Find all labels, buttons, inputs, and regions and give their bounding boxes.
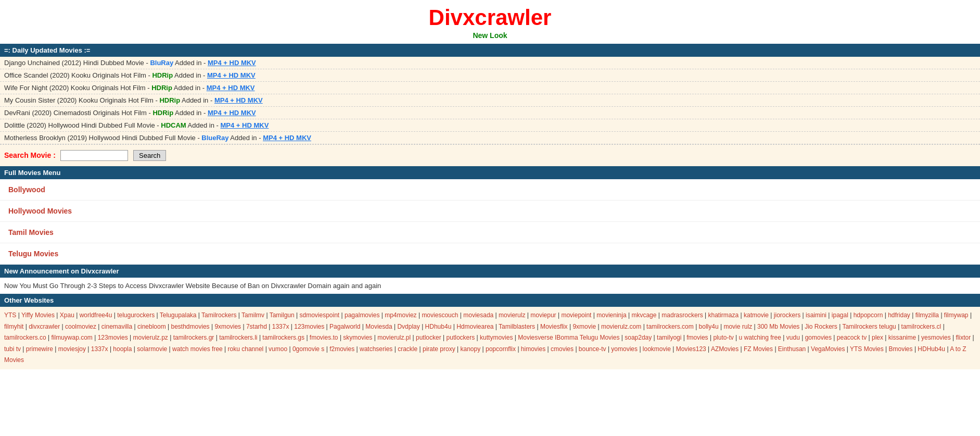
search-input[interactable]: [60, 150, 128, 161]
other-site-link[interactable]: pagalmovies: [345, 312, 379, 319]
search-button[interactable]: Search: [133, 150, 166, 161]
menu-item[interactable]: Bollywood: [0, 179, 980, 201]
other-site-link[interactable]: 9xmovie: [572, 323, 596, 330]
other-site-link[interactable]: 300 Mb Movies: [757, 323, 799, 330]
other-site-link[interactable]: Moviesda: [365, 323, 392, 330]
other-site-link[interactable]: mkvcage: [631, 312, 656, 319]
other-site-link[interactable]: kissanime: [888, 334, 916, 341]
other-site-link[interactable]: pirate proxy: [423, 345, 455, 353]
other-site-link[interactable]: filmyhit: [4, 323, 23, 330]
other-site-link[interactable]: 1337x: [91, 345, 108, 353]
other-site-link[interactable]: cinemavilla: [101, 323, 132, 330]
menu-item[interactable]: Telugu Movies: [0, 243, 980, 265]
other-site-link[interactable]: hdpopcorn: [854, 312, 883, 319]
other-site-link[interactable]: 1337x: [272, 323, 289, 330]
other-site-link[interactable]: movierulz.com: [601, 323, 641, 330]
other-site-link[interactable]: Moviesverse IBomma Telugu Movies: [518, 334, 619, 341]
other-site-link[interactable]: moviesjoy: [58, 345, 86, 353]
other-site-link[interactable]: khatirmaza: [708, 312, 739, 319]
other-site-link[interactable]: HDHub4u: [918, 345, 945, 353]
other-site-link[interactable]: besthdmovies: [171, 323, 210, 330]
other-site-link[interactable]: f2movies: [329, 345, 354, 353]
other-site-link[interactable]: cmovies: [551, 345, 574, 353]
other-site-link[interactable]: moviescouch: [422, 312, 458, 319]
other-site-link[interactable]: filmywap: [944, 312, 969, 319]
other-site-link[interactable]: divxcrawler: [29, 323, 60, 330]
other-site-link[interactable]: Jio Rockers: [805, 323, 837, 330]
other-site-link[interactable]: Bmovies: [889, 345, 913, 353]
other-site-link[interactable]: tamilrockers.li: [219, 334, 257, 341]
other-site-link[interactable]: flixtor: [956, 334, 971, 341]
other-site-link[interactable]: fmovies.to: [310, 334, 338, 341]
other-site-link[interactable]: watchseries: [360, 345, 392, 353]
other-site-link[interactable]: cinebloom: [137, 323, 166, 330]
other-site-link[interactable]: movierulz.pz: [133, 334, 168, 341]
other-site-link[interactable]: YTS Movies: [850, 345, 884, 353]
other-site-link[interactable]: Pagalworld: [329, 323, 360, 330]
other-site-link[interactable]: 9xmovies: [214, 323, 241, 330]
other-site-link[interactable]: Tamilmv: [241, 312, 264, 319]
other-site-link[interactable]: tamilrockers.gs: [262, 334, 304, 341]
other-site-link[interactable]: crackle: [398, 345, 417, 353]
other-site-link[interactable]: 0gomovie s: [292, 345, 324, 353]
other-site-link[interactable]: plex: [872, 334, 883, 341]
other-site-link[interactable]: filmuywap.com: [52, 334, 93, 341]
other-site-link[interactable]: hoopla: [113, 345, 132, 353]
other-site-link[interactable]: Tamilrockers telugu: [842, 323, 896, 330]
other-site-link[interactable]: hdfriday: [888, 312, 910, 319]
other-site-link[interactable]: tamilyogi: [657, 334, 681, 341]
other-site-link[interactable]: roku channel: [228, 345, 264, 353]
other-site-link[interactable]: 7starhd: [246, 323, 267, 330]
other-site-link[interactable]: movierulz: [499, 312, 525, 319]
other-site-link[interactable]: madrasrockers: [661, 312, 703, 319]
other-site-link[interactable]: gomovies: [805, 334, 832, 341]
other-site-link[interactable]: Dvdplay: [397, 323, 419, 330]
other-site-link[interactable]: yomovies: [611, 345, 638, 353]
other-site-link[interactable]: Xpau: [60, 312, 74, 319]
other-site-link[interactable]: solarmovie: [137, 345, 167, 353]
other-site-link[interactable]: mp4moviez: [385, 312, 416, 319]
other-site-link[interactable]: Hdmoviearea: [456, 323, 493, 330]
other-site-link[interactable]: tamilrockers.com: [646, 323, 694, 330]
other-site-link[interactable]: yesmovies: [921, 334, 951, 341]
other-site-link[interactable]: coolmoviez: [65, 323, 96, 330]
other-site-link[interactable]: soap2day: [625, 334, 652, 341]
other-site-link[interactable]: 123movies: [98, 334, 128, 341]
other-site-link[interactable]: putlocker: [416, 334, 441, 341]
other-site-link[interactable]: telugurockers: [117, 312, 155, 319]
other-site-link[interactable]: watch movies free: [172, 345, 223, 353]
other-site-link[interactable]: katmovie: [744, 312, 769, 319]
other-site-link[interactable]: movierulz.pl: [377, 334, 411, 341]
other-site-link[interactable]: jiorockers: [774, 312, 800, 319]
other-site-link[interactable]: movieninja: [596, 312, 626, 319]
other-site-link[interactable]: Moviesflix: [540, 323, 568, 330]
other-site-link[interactable]: HDhub4u: [425, 323, 452, 330]
other-site-link[interactable]: vumoo: [269, 345, 287, 353]
other-site-link[interactable]: skymovies: [343, 334, 372, 341]
other-site-link[interactable]: Yiffy Movies: [21, 312, 55, 319]
other-site-link[interactable]: putlockers: [447, 334, 475, 341]
other-site-link[interactable]: pluto-tv: [713, 334, 733, 341]
menu-item[interactable]: Hollywood Movies: [0, 201, 980, 222]
other-site-link[interactable]: AZMovies: [711, 345, 739, 353]
other-site-link[interactable]: fmovies: [686, 334, 708, 341]
other-site-link[interactable]: YTS: [4, 312, 16, 319]
other-site-link[interactable]: FZ Movies: [744, 345, 773, 353]
other-site-link[interactable]: lookmovie: [643, 345, 671, 353]
other-site-link[interactable]: peacock tv: [837, 334, 867, 341]
other-site-link[interactable]: 123movies: [294, 323, 324, 330]
other-site-link[interactable]: ipagal: [832, 312, 848, 319]
menu-item[interactable]: Tamil Movies: [0, 222, 980, 243]
other-site-link[interactable]: moviesada: [463, 312, 493, 319]
other-site-link[interactable]: VegaMovies: [811, 345, 845, 353]
other-site-link[interactable]: worldfree4u: [80, 312, 112, 319]
other-site-link[interactable]: tamilrockers.co: [4, 334, 46, 341]
other-site-link[interactable]: sdmoviespoint: [299, 312, 339, 319]
other-site-link[interactable]: tubi tv: [4, 345, 21, 353]
other-site-link[interactable]: tamilrockers.gr: [173, 334, 214, 341]
other-site-link[interactable]: kanopy: [460, 345, 480, 353]
other-site-link[interactable]: Telugupalaka: [160, 312, 197, 319]
other-site-link[interactable]: Einthusan: [778, 345, 806, 353]
other-site-link[interactable]: Tamilblasters: [499, 323, 535, 330]
other-site-link[interactable]: movie rulz: [723, 323, 752, 330]
